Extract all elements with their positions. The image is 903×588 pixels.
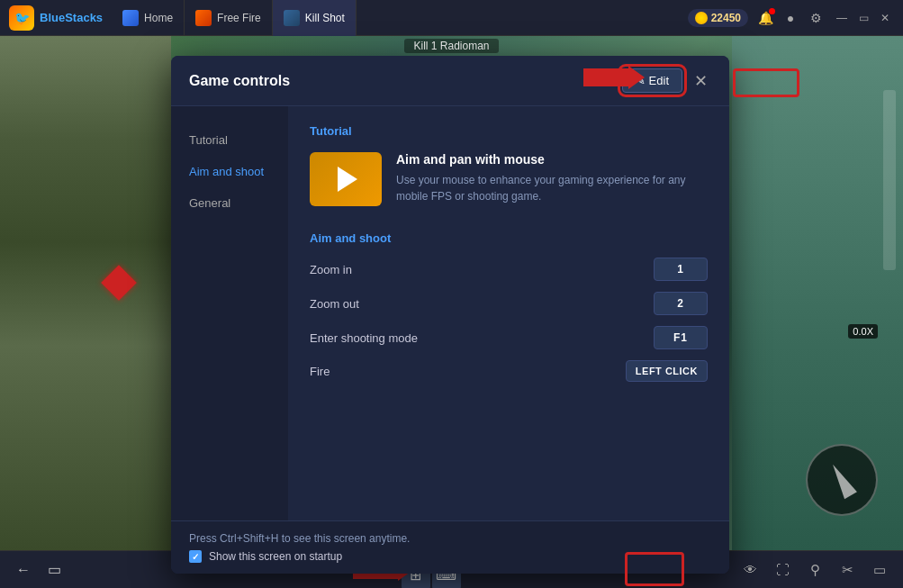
tab-killshot[interactable]: Kill Shot (273, 0, 357, 36)
scissors-icon-button[interactable]: ✂ (833, 556, 862, 584)
keybind-zoom-out-label: Zoom out (310, 297, 359, 311)
compass (806, 444, 878, 516)
subtitle-bar: Kill 1 Radioman (0, 36, 903, 56)
close-button[interactable]: ✕ (876, 9, 894, 27)
top-right-area: 22450 🔔 ● ⚙ — ▭ ✕ (688, 9, 903, 27)
sidebar-item-general[interactable]: General (171, 187, 288, 219)
keybind-zoom-out: Zoom out 2 (310, 292, 708, 315)
startup-checkbox[interactable]: ✓ (189, 550, 202, 563)
account-icon[interactable]: ● (782, 10, 799, 26)
dialog-header: Game controls ✎ Edit ✕ (171, 56, 729, 106)
tutorial-video-title: Aim and pan with mouse (396, 152, 708, 167)
game-controls-dialog: Game controls ✎ Edit ✕ Tutorial Aim and … (171, 56, 729, 574)
compass-arrow (826, 461, 857, 500)
back-button[interactable]: ← (9, 556, 38, 584)
tutorial-description: Aim and pan with mouse Use your mouse to… (396, 152, 708, 206)
keybind-shooting-mode-key[interactable]: F1 (654, 326, 708, 349)
checkmark-icon: ✓ (192, 552, 199, 562)
tutorial-section-title: Tutorial (310, 124, 708, 138)
arrow-to-edit (583, 68, 628, 86)
sidebar-item-tutorial[interactable]: Tutorial (171, 124, 288, 156)
freefire-tab-icon (195, 10, 212, 26)
bottom-left-icons: ← ▭ (0, 556, 77, 584)
tab-freefire[interactable]: Free Fire (185, 0, 273, 36)
keybind-zoom-in-label: Zoom in (310, 263, 352, 276)
dialog-close-button[interactable]: ✕ (690, 70, 711, 92)
video-thumbnail[interactable] (310, 152, 382, 206)
dialog-sidebar: Tutorial Aim and shoot General (171, 106, 288, 520)
subtitle-text: Kill 1 Radioman (404, 39, 498, 53)
app-name: BlueStacks (40, 11, 103, 24)
expand-icon-button[interactable]: ⛶ (768, 556, 797, 584)
keybind-shooting-mode: Enter shooting mode F1 (310, 326, 708, 349)
dialog-content: Tutorial Aim and pan with mouse Use your… (288, 106, 729, 520)
keybind-zoom-in: Zoom in 1 (310, 258, 708, 281)
aim-section-title: Aim and shoot (310, 231, 708, 245)
maximize-button[interactable]: ▭ (854, 9, 872, 27)
zoom-bar (883, 90, 896, 270)
zoom-level: 0.0X (848, 324, 878, 339)
dialog-title: Game controls (189, 73, 290, 89)
tab-home-label: Home (144, 12, 173, 24)
top-bar: 🐦 BlueStacks Home Free Fire Kill Shot 22… (0, 0, 903, 36)
notifications-icon[interactable]: 🔔 (757, 10, 773, 26)
startup-checkbox-area: ✓ Show this screen on startup (189, 550, 410, 563)
bluestacks-logo[interactable]: 🐦 (9, 5, 34, 31)
keybind-shooting-mode-label: Enter shooting mode (310, 331, 418, 345)
settings-icon[interactable]: ⚙ (808, 10, 824, 26)
coins-display: 22450 (688, 9, 748, 27)
play-icon (338, 167, 357, 192)
dialog-body: Tutorial Aim and shoot General Tutorial … (171, 106, 729, 520)
keybind-fire-label: Fire (310, 365, 330, 378)
minimize-button[interactable]: — (833, 9, 851, 27)
location-icon-button[interactable]: ⚲ (800, 556, 829, 584)
home-tab-icon (122, 10, 139, 26)
keybind-fire: Fire LEFT CLICK (310, 360, 708, 382)
coins-value: 22450 (711, 12, 741, 24)
logo-area: 🐦 BlueStacks (0, 5, 112, 31)
sidebar-item-aim-shoot[interactable]: Aim and shoot (171, 156, 288, 187)
footer-content: Press Ctrl+Shift+H to see this screen an… (189, 532, 410, 563)
bottom-right-icons: 👁 ⛶ ⚲ ✂ ▭ (736, 556, 903, 584)
startup-checkbox-label: Show this screen on startup (209, 550, 342, 563)
left-game-scene (0, 36, 171, 552)
keybind-fire-key[interactable]: LEFT CLICK (626, 360, 708, 382)
tab-home[interactable]: Home (112, 0, 185, 36)
killshot-tab-icon (284, 10, 300, 26)
footer-hint: Press Ctrl+Shift+H to see this screen an… (189, 532, 410, 545)
tablet-icon-button[interactable]: ▭ (865, 556, 894, 584)
window-controls: — ▭ ✕ (833, 9, 894, 27)
keybind-zoom-out-key[interactable]: 2 (654, 292, 708, 315)
arrow-body (583, 68, 628, 86)
eye-icon-button[interactable]: 👁 (736, 556, 764, 584)
window-button[interactable]: ▭ (40, 556, 68, 584)
tutorial-card: Aim and pan with mouse Use your mouse to… (310, 152, 708, 206)
dialog-footer: Press Ctrl+Shift+H to see this screen an… (171, 520, 729, 574)
tab-killshot-label: Kill Shot (305, 12, 345, 24)
tab-freefire-label: Free Fire (217, 12, 261, 24)
keybind-zoom-in-key[interactable]: 1 (654, 258, 708, 281)
coin-icon (695, 12, 708, 24)
tutorial-video-desc: Use your mouse to enhance your gaming ex… (396, 172, 708, 204)
